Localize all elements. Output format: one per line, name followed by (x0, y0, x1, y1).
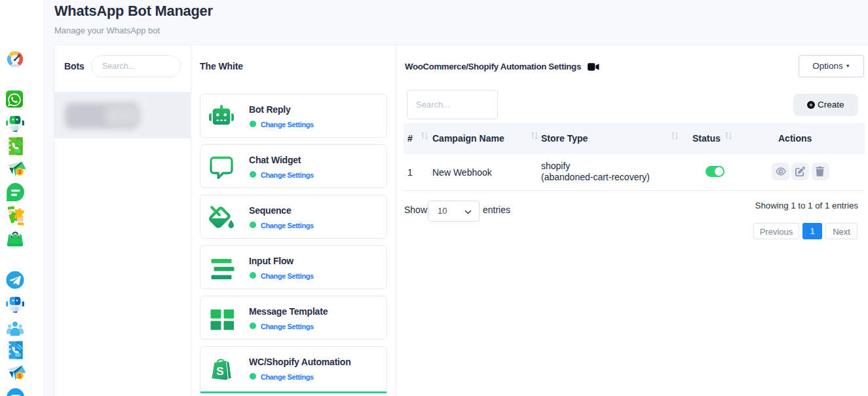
svg-text:1: 1 (18, 168, 22, 175)
svg-text:S: S (216, 365, 223, 378)
svg-text:1: 1 (18, 372, 22, 379)
